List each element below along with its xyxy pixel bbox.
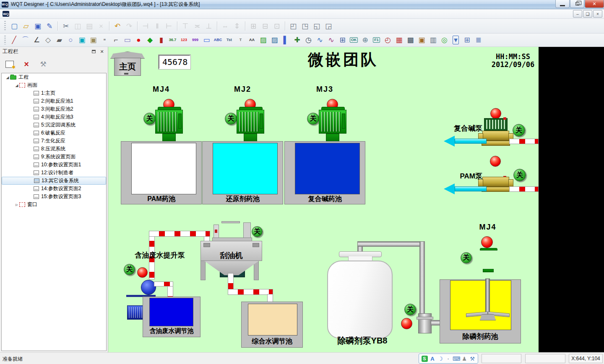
- trend-chart-tool-button[interactable]: ∿: [315, 35, 325, 45]
- mdi-minimize-button[interactable]: –: [573, 10, 582, 18]
- level-meter-tool-button[interactable]: ▮: [156, 35, 167, 45]
- expand-icon[interactable]: [5, 75, 10, 80]
- delete-screen-button[interactable]: ×: [21, 59, 32, 70]
- ime-toolbar[interactable]: SA☽·⌨♟⚒: [419, 354, 478, 364]
- value-display-tool-button[interactable]: 36.7: [167, 35, 178, 45]
- save-as-button[interactable]: ✎: [44, 21, 55, 31]
- off-switch-button[interactable]: 关: [307, 113, 319, 125]
- ellipse-tool-button[interactable]: ○: [65, 35, 76, 45]
- title-bar[interactable]: WQ WQT Designer -[ C:\Users\Administrato…: [0, 0, 604, 9]
- image-tool-button[interactable]: ▨: [258, 35, 268, 45]
- panel-close-button[interactable]: ✕: [99, 49, 105, 54]
- menu-item[interactable]: [35, 13, 43, 15]
- same-width-button[interactable]: ⊞: [248, 21, 259, 31]
- paste-button[interactable]: ▤: [84, 21, 95, 31]
- tree-page-item[interactable]: 8:压泥系统: [2, 145, 106, 153]
- valve-tool-button[interactable]: ◆: [145, 35, 155, 45]
- home-button[interactable]: 主页: [112, 52, 143, 76]
- tree-page-item[interactable]: 1:主页: [2, 89, 106, 97]
- time-display-tool-button[interactable]: ◴: [383, 35, 393, 45]
- tree-page-item[interactable]: 7:生化反应: [2, 137, 106, 145]
- menu-item[interactable]: [13, 13, 20, 15]
- ime-keyboard-button[interactable]: ⌨: [453, 355, 460, 362]
- tree-page-item[interactable]: 15:参数设置页面3: [2, 193, 106, 201]
- arc-tool-button[interactable]: ⌒: [20, 35, 31, 45]
- thermometer-tool-button[interactable]: ▌: [281, 35, 291, 45]
- xy-chart-tool-button[interactable]: ∿: [326, 35, 336, 45]
- tree-page-item[interactable]: 6:破氰反应: [2, 129, 106, 137]
- ime-tools-button[interactable]: ⚒: [469, 355, 476, 362]
- ime-moon-button[interactable]: ☽: [437, 355, 444, 362]
- tree-page-item[interactable]: 9:系统设置页面: [2, 153, 106, 161]
- table-tool-button[interactable]: ⊞: [337, 35, 348, 45]
- image2-tool-button[interactable]: ▨: [269, 35, 280, 45]
- pipe-fitting-tool-button[interactable]: ✚: [292, 35, 302, 45]
- bar-group-tool-button[interactable]: ▥: [428, 35, 438, 45]
- panel-tool-button[interactable]: ▣: [88, 35, 99, 45]
- menu-item[interactable]: [65, 13, 73, 15]
- menu-item[interactable]: [50, 13, 58, 15]
- collapse-icon[interactable]: [14, 202, 19, 207]
- pipe-elbow-tool-button[interactable]: ⌐: [111, 35, 121, 45]
- input-box-tool-button[interactable]: ▭: [201, 35, 212, 45]
- status-lamp[interactable]: [481, 236, 493, 248]
- line-tool-button[interactable]: ╱: [9, 35, 19, 45]
- lamp-tool-button[interactable]: ●: [133, 35, 144, 45]
- tree-root-project[interactable]: 工程: [2, 73, 106, 81]
- send-backward-button[interactable]: ◲: [323, 21, 334, 31]
- menu-item[interactable]: [28, 13, 35, 15]
- f1-key-tool-button[interactable]: F1: [371, 35, 382, 45]
- tree-node-windows[interactable]: 窗口: [2, 201, 106, 209]
- test-switch-tool-button[interactable]: Tst: [224, 35, 234, 45]
- off-switch-button[interactable]: 关: [513, 124, 525, 137]
- align-top-button[interactable]: ⊤: [180, 21, 191, 31]
- same-height-button[interactable]: ⊟: [260, 21, 271, 31]
- menu-item[interactable]: [73, 13, 81, 15]
- design-canvas[interactable]: 主页 45678 微嵌团队 HH:MM:SS 2012/09/06 MJ4 关: [108, 47, 539, 352]
- new-screen-button[interactable]: [4, 59, 15, 70]
- screen-properties-button[interactable]: ⚒: [38, 59, 49, 70]
- send-to-back-button[interactable]: ◳: [299, 21, 310, 31]
- tree-page-item[interactable]: 3:间歇反应池2: [2, 105, 106, 113]
- align-bottom-button[interactable]: ⊥: [203, 21, 214, 31]
- status-lamp[interactable]: [401, 318, 412, 329]
- combobox-tool-button[interactable]: ▾: [450, 35, 461, 45]
- redo-button[interactable]: ↷: [124, 21, 135, 31]
- double-line-tool-button[interactable]: =: [99, 35, 110, 45]
- ime-user-button[interactable]: ♟: [461, 355, 468, 362]
- polyline-tool-button[interactable]: ∠: [31, 35, 42, 45]
- tree-page-item[interactable]: 4:间歇反应池3: [2, 113, 106, 121]
- grid-tool-button[interactable]: ⊞: [462, 35, 472, 45]
- align-center-vertical-button[interactable]: ‖: [152, 21, 163, 31]
- animation-tool-button[interactable]: ▩: [405, 35, 416, 45]
- off-switch-button[interactable]: 关: [513, 169, 526, 181]
- expand-icon[interactable]: [14, 83, 19, 88]
- off-switch-button[interactable]: 关: [404, 304, 416, 315]
- bring-to-front-button[interactable]: ◰: [288, 21, 299, 31]
- font-tool-button[interactable]: AA: [247, 35, 257, 45]
- led-display-tool-button[interactable]: 123: [179, 35, 189, 45]
- close-button[interactable]: ✕: [585, 0, 604, 8]
- status-lamp[interactable]: [137, 267, 148, 278]
- equal-height-button[interactable]: ⇕: [232, 21, 242, 31]
- menu-item[interactable]: [81, 13, 88, 15]
- menu-item[interactable]: [88, 13, 96, 15]
- bring-forward-button[interactable]: ◱: [311, 21, 322, 31]
- mdi-restore-button[interactable]: ❏: [583, 10, 592, 18]
- off-switch-button[interactable]: 关: [252, 226, 263, 237]
- off-switch-button[interactable]: 关: [124, 264, 135, 275]
- rectangle-tool-button[interactable]: ▰: [54, 35, 65, 45]
- minimize-button[interactable]: [555, 0, 570, 8]
- bevel-rect-tool-button[interactable]: ▣: [77, 35, 87, 45]
- delete-button[interactable]: ×: [96, 21, 107, 31]
- value-display-box[interactable]: 45678: [159, 55, 190, 69]
- toolbar-grip[interactable]: [4, 21, 6, 31]
- status-lamp[interactable]: [490, 108, 501, 119]
- toolbar-grip[interactable]: [4, 36, 6, 45]
- list-tool-button[interactable]: ≣: [473, 35, 484, 45]
- open-file-button[interactable]: ▱: [21, 21, 31, 31]
- align-center-horizontal-button[interactable]: ≍: [192, 21, 203, 31]
- polygon-tool-button[interactable]: ◇: [43, 35, 53, 45]
- clock-tool-button[interactable]: ◷: [303, 35, 314, 45]
- panel-float-button[interactable]: [90, 49, 97, 54]
